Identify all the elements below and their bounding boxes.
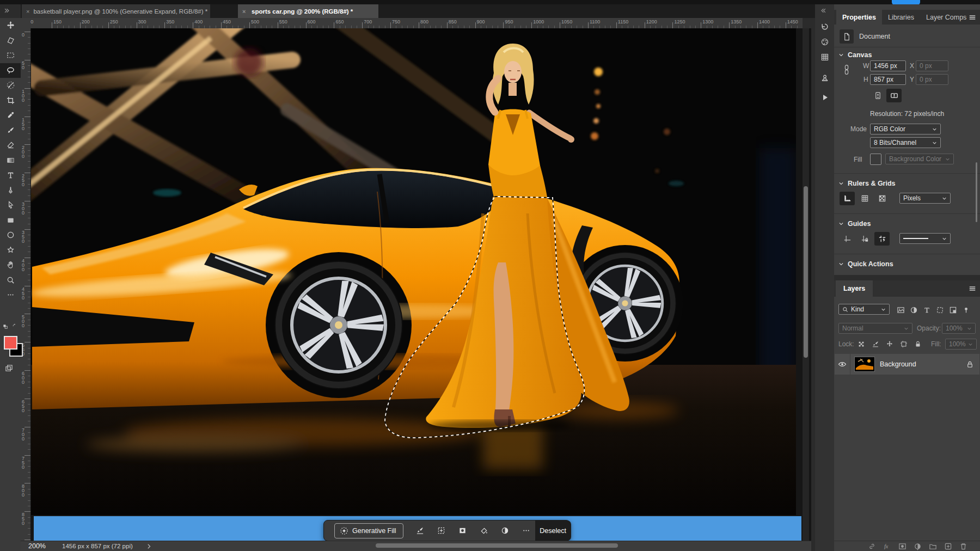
- canvas-x-input[interactable]: 0 px: [916, 60, 948, 71]
- marquee-tool[interactable]: [0, 48, 21, 63]
- document-dimensions[interactable]: 1456 px x 857 px (72 ppi): [62, 543, 152, 549]
- shape-filter-icon[interactable]: [934, 304, 945, 315]
- type-filter-icon[interactable]: [921, 304, 932, 315]
- button-guides-lock-icon[interactable]: [857, 232, 872, 246]
- collapse-panels-icon[interactable]: [820, 8, 826, 14]
- filter-toggle-icon[interactable]: [960, 304, 971, 315]
- tab-properties[interactable]: Properties: [836, 10, 882, 25]
- layers-menu-icon[interactable]: [969, 285, 976, 292]
- color-mode-dropdown[interactable]: RGB Color: [870, 124, 941, 134]
- button-corner-ruler-icon[interactable]: [840, 192, 855, 205]
- path-selection-tool[interactable]: [0, 198, 21, 212]
- color-panel-icon[interactable]: [818, 35, 831, 48]
- lock-position-icon[interactable]: [884, 339, 895, 350]
- swatches-panel-icon[interactable]: [818, 50, 831, 64]
- lock-pixels-icon[interactable]: [870, 339, 881, 350]
- horizontal-scrollbar-thumb[interactable]: [376, 543, 618, 548]
- layer-fill-input[interactable]: 100%: [945, 339, 977, 350]
- deselect-button[interactable]: Deselect: [535, 521, 571, 541]
- lasso-tool[interactable]: [0, 63, 21, 78]
- gradient-tool[interactable]: [0, 153, 21, 168]
- layer-lock-icon[interactable]: [966, 360, 974, 369]
- screen-mode-icon[interactable]: [5, 364, 13, 372]
- vertical-scrollbar-thumb[interactable]: [804, 186, 808, 358]
- portrait-orientation-button[interactable]: [870, 89, 885, 102]
- selection-brush-tool[interactable]: [0, 78, 21, 93]
- button-smart-guides-icon[interactable]: [874, 232, 890, 246]
- layer-thumbnail[interactable]: [855, 357, 874, 371]
- layer-filter-dropdown[interactable]: Kind: [838, 304, 890, 315]
- landscape-orientation-button[interactable]: [886, 89, 902, 102]
- adjustment-layer-icon[interactable]: [914, 542, 922, 550]
- ruler-units-dropdown[interactable]: Pixels: [899, 193, 951, 204]
- custom-shape-tool[interactable]: [0, 243, 21, 258]
- guide-style-dropdown[interactable]: [899, 233, 951, 244]
- close-tab-icon[interactable]: ×: [242, 8, 248, 15]
- delete-layer-icon[interactable]: [959, 542, 967, 550]
- layer-effects-icon[interactable]: fx: [883, 542, 891, 550]
- lock-all-icon[interactable]: [912, 339, 923, 350]
- fill-selection-icon[interactable]: [475, 524, 493, 538]
- crop-tool[interactable]: [0, 93, 21, 108]
- fill-mode-dropdown[interactable]: Background Color: [885, 154, 954, 164]
- blend-mode-dropdown[interactable]: Normal: [838, 323, 912, 334]
- canvas-section-header[interactable]: Canvas: [838, 51, 872, 59]
- swap-colors-icon[interactable]: [12, 323, 18, 329]
- guides-section-header[interactable]: Guides: [838, 220, 871, 228]
- ruler-corner[interactable]: [21, 18, 31, 29]
- eyedropper-tool[interactable]: [0, 108, 21, 123]
- rectangle-tool[interactable]: [0, 213, 21, 228]
- canvas-height-input[interactable]: 857 px: [870, 74, 906, 85]
- artboard-tool[interactable]: [0, 33, 21, 48]
- adjustment-filter-icon[interactable]: [908, 304, 919, 315]
- document-tab-1[interactable]: ×sports car.png @ 200% (RGB/8#) *: [238, 4, 378, 18]
- move-tool[interactable]: [0, 18, 21, 33]
- fill-color-swatch[interactable]: [870, 154, 881, 165]
- brush-tool[interactable]: [0, 123, 21, 138]
- ellipse-tool[interactable]: [0, 228, 21, 242]
- zoom-level[interactable]: 200%: [28, 542, 46, 550]
- double-chevron-right-icon[interactable]: [4, 8, 10, 14]
- tab-layers[interactable]: Layers: [836, 280, 873, 297]
- zoom-tool[interactable]: [0, 273, 21, 287]
- canvas-y-input[interactable]: 0 px: [916, 74, 948, 85]
- button-grid-icon[interactable]: [857, 192, 872, 205]
- panel-scrollbar-thumb[interactable]: [976, 162, 977, 222]
- layer-visibility-toggle[interactable]: [835, 354, 850, 375]
- layer-group-icon[interactable]: [929, 542, 937, 550]
- link-dimensions-icon[interactable]: [843, 64, 850, 75]
- foreground-color-swatch[interactable]: [4, 336, 17, 350]
- default-colors-icon[interactable]: [3, 324, 9, 330]
- layer-row-background[interactable]: Background: [835, 354, 979, 375]
- actions-panel-icon[interactable]: [818, 90, 831, 104]
- close-tab-icon[interactable]: ×: [26, 8, 29, 15]
- button-pixel-grid-icon[interactable]: [874, 192, 890, 205]
- canvas-width-input[interactable]: 1456 px: [870, 60, 906, 71]
- image-filter-icon[interactable]: [895, 304, 906, 315]
- adjustment-icon[interactable]: [496, 524, 514, 538]
- generative-fill-button[interactable]: Generative Fill: [334, 523, 403, 538]
- layer-mask-icon[interactable]: [898, 542, 906, 550]
- button-guides-icon[interactable]: [840, 232, 855, 246]
- rulers-grids-section-header[interactable]: Rulers & Grids: [838, 180, 896, 187]
- more-tools[interactable]: [0, 287, 21, 302]
- lock-artboard-icon[interactable]: [898, 339, 909, 350]
- opacity-input[interactable]: 100%: [942, 323, 976, 334]
- history-panel-icon[interactable]: [818, 20, 831, 33]
- hand-tool[interactable]: [0, 258, 21, 272]
- lock-transparency-icon[interactable]: [856, 339, 867, 350]
- mask-mode-icon[interactable]: [454, 524, 471, 538]
- horizontal-ruler[interactable]: 1001502002503003504004505005506006507007…: [30, 18, 803, 29]
- document-tab-0[interactable]: ×basketball player.png @ 100% (Generativ…: [22, 4, 210, 18]
- more-options-icon[interactable]: [517, 524, 535, 538]
- tab-libraries[interactable]: Libraries: [882, 10, 920, 25]
- tab-layer-comps[interactable]: Layer Comps: [920, 10, 972, 25]
- vertical-ruler[interactable]: 0501001502002503003504004505005506006507…: [21, 28, 31, 541]
- new-layer-icon[interactable]: [944, 542, 952, 550]
- quick-actions-section-header[interactable]: Quick Actions: [838, 260, 893, 268]
- link-layers-icon[interactable]: [868, 542, 876, 550]
- pen-tool[interactable]: [0, 183, 21, 198]
- eraser-tool[interactable]: [0, 138, 21, 152]
- smart-object-filter-icon[interactable]: [947, 304, 958, 315]
- modify-selection-icon[interactable]: [411, 524, 429, 538]
